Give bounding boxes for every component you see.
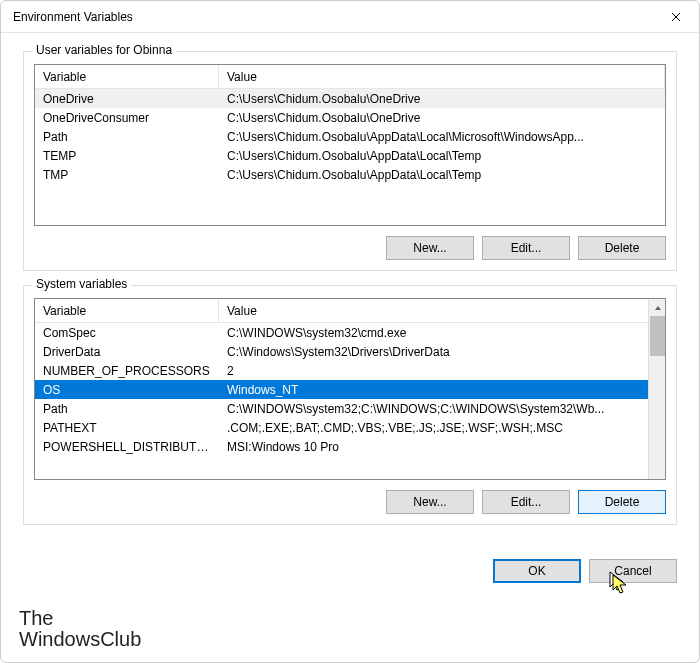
cell-variable: NUMBER_OF_PROCESSORS [35,364,219,378]
table-row[interactable]: PathC:\WINDOWS\system32;C:\WINDOWS;C:\WI… [35,399,665,418]
system-variables-table[interactable]: Variable Value ComSpecC:\WINDOWS\system3… [34,298,666,480]
watermark-logo: The WindowsClub [19,608,141,650]
scroll-up-icon[interactable] [649,299,666,316]
user-delete-button[interactable]: Delete [578,236,666,260]
table-row[interactable]: OSWindows_NT [35,380,665,399]
table-row[interactable]: PATHEXT.COM;.EXE;.BAT;.CMD;.VBS;.VBE;.JS… [35,418,665,437]
scrollbar-thumb[interactable] [650,316,665,356]
user-new-button[interactable]: New... [386,236,474,260]
system-table-header: Variable Value [35,299,665,323]
cell-value: 2 [219,364,665,378]
user-header-variable[interactable]: Variable [35,65,219,88]
system-new-button[interactable]: New... [386,490,474,514]
cell-variable: OneDrive [35,92,219,106]
ok-button[interactable]: OK [493,559,581,583]
environment-variables-dialog: Environment Variables User variables for… [0,0,700,663]
close-icon [671,12,681,22]
cell-value: .COM;.EXE;.BAT;.CMD;.VBS;.VBE;.JS;.JSE;.… [219,421,665,435]
table-row[interactable]: OneDriveConsumerC:\Users\Chidum.Osobalu\… [35,108,665,127]
cell-value: C:\Windows\System32\Drivers\DriverData [219,345,665,359]
table-row[interactable]: PathC:\Users\Chidum.Osobalu\AppData\Loca… [35,127,665,146]
cell-value: Windows_NT [219,383,665,397]
table-row[interactable]: TEMPC:\Users\Chidum.Osobalu\AppData\Loca… [35,146,665,165]
cell-value: C:\Users\Chidum.Osobalu\AppData\Local\Mi… [219,130,665,144]
user-variables-table[interactable]: Variable Value OneDriveC:\Users\Chidum.O… [34,64,666,226]
user-table-header: Variable Value [35,65,665,89]
system-variables-label: System variables [32,277,131,291]
cell-value: C:\WINDOWS\system32;C:\WINDOWS;C:\WINDOW… [219,402,665,416]
cell-value: C:\Users\Chidum.Osobalu\AppData\Local\Te… [219,149,665,163]
cell-value: MSI:Windows 10 Pro [219,440,665,454]
table-row[interactable]: POWERSHELL_DISTRIBUTIO...MSI:Windows 10 … [35,437,665,456]
system-scrollbar[interactable] [648,299,665,479]
cell-variable: Path [35,402,219,416]
cell-value: C:\WINDOWS\system32\cmd.exe [219,326,665,340]
user-edit-button[interactable]: Edit... [482,236,570,260]
window-title: Environment Variables [13,10,653,24]
cell-value: C:\Users\Chidum.Osobalu\OneDrive [219,111,665,125]
cell-variable: PATHEXT [35,421,219,435]
system-delete-button[interactable]: Delete [578,490,666,514]
watermark-line1: The [19,608,141,629]
system-header-value[interactable]: Value [219,299,665,322]
system-variables-group: System variables Variable Value ComSpecC… [23,285,677,525]
user-variables-label: User variables for Obinna [32,43,176,57]
table-row[interactable]: OneDriveC:\Users\Chidum.Osobalu\OneDrive [35,89,665,108]
table-row[interactable]: DriverDataC:\Windows\System32\Drivers\Dr… [35,342,665,361]
cell-variable: TMP [35,168,219,182]
close-button[interactable] [653,1,699,33]
cell-value: C:\Users\Chidum.Osobalu\OneDrive [219,92,665,106]
watermark-line2: WindowsClub [19,629,141,650]
user-header-value[interactable]: Value [219,65,665,88]
cell-variable: ComSpec [35,326,219,340]
cell-variable: OS [35,383,219,397]
cell-value: C:\Users\Chidum.Osobalu\AppData\Local\Te… [219,168,665,182]
cell-variable: POWERSHELL_DISTRIBUTIO... [35,440,219,454]
cell-variable: Path [35,130,219,144]
titlebar: Environment Variables [1,1,699,33]
table-row[interactable]: TMPC:\Users\Chidum.Osobalu\AppData\Local… [35,165,665,184]
table-row[interactable]: ComSpecC:\WINDOWS\system32\cmd.exe [35,323,665,342]
dialog-footer: OK Cancel [1,553,699,583]
cell-variable: DriverData [35,345,219,359]
system-header-variable[interactable]: Variable [35,299,219,322]
system-edit-button[interactable]: Edit... [482,490,570,514]
user-variables-group: User variables for Obinna Variable Value… [23,51,677,271]
table-row[interactable]: NUMBER_OF_PROCESSORS2 [35,361,665,380]
cell-variable: OneDriveConsumer [35,111,219,125]
cancel-button[interactable]: Cancel [589,559,677,583]
cell-variable: TEMP [35,149,219,163]
